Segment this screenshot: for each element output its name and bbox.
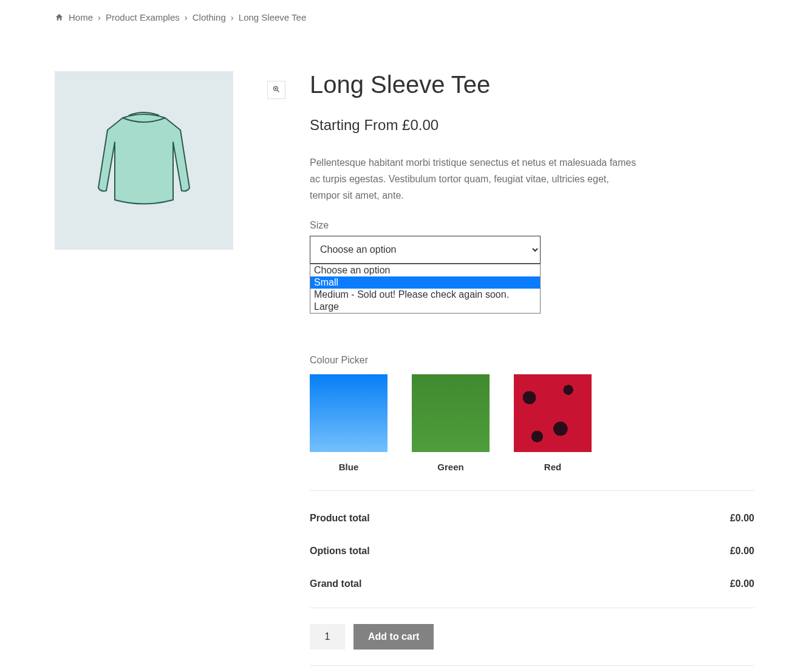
size-option-large[interactable]: Large bbox=[310, 301, 540, 313]
options-total-label: Options total bbox=[310, 546, 370, 557]
breadcrumb: Home › Product Examples › Clothing › Lon… bbox=[55, 12, 754, 22]
swatch-red-image bbox=[514, 374, 592, 452]
product-summary: Long Sleeve Tee Starting From £0.00 Pell… bbox=[310, 71, 754, 672]
breadcrumb-examples[interactable]: Product Examples bbox=[106, 12, 180, 22]
breadcrumb-home[interactable]: Home bbox=[69, 12, 93, 22]
price-value: £0.00 bbox=[402, 117, 439, 133]
totals: Product total £0.00 Options total £0.00 … bbox=[310, 490, 754, 608]
add-to-cart-row: Add to cart bbox=[310, 608, 754, 650]
price-prefix: Starting From bbox=[310, 117, 402, 133]
home-icon bbox=[55, 12, 64, 22]
product-total-label: Product total bbox=[310, 513, 370, 524]
color-swatch-green[interactable]: Green bbox=[412, 374, 490, 472]
breadcrumb-sep: › bbox=[231, 12, 234, 22]
breadcrumb-current: Long Sleeve Tee bbox=[239, 12, 306, 22]
size-dropdown-list: Choose an option Small Medium - Sold out… bbox=[310, 264, 541, 314]
breadcrumb-sep: › bbox=[98, 12, 101, 22]
product-title: Long Sleeve Tee bbox=[310, 71, 754, 98]
options-total-value: £0.00 bbox=[730, 546, 754, 557]
swatch-blue-label: Blue bbox=[310, 462, 387, 472]
grand-total-label: Grand total bbox=[310, 578, 361, 589]
zoom-button[interactable] bbox=[267, 81, 285, 99]
product-total-value: £0.00 bbox=[730, 513, 754, 524]
product-image[interactable] bbox=[55, 71, 233, 250]
product-gallery bbox=[55, 71, 285, 672]
breadcrumb-clothing[interactable]: Clothing bbox=[193, 12, 226, 22]
swatch-green-image bbox=[412, 374, 490, 452]
size-option-medium[interactable]: Medium - Sold out! Please check again so… bbox=[310, 289, 540, 301]
product-price: Starting From £0.00 bbox=[310, 117, 754, 134]
size-option-placeholder[interactable]: Choose an option bbox=[310, 264, 540, 276]
swatch-green-label: Green bbox=[412, 462, 490, 472]
grand-total-value: £0.00 bbox=[730, 578, 754, 589]
swatch-blue-image bbox=[310, 374, 387, 452]
color-swatch-blue[interactable]: Blue bbox=[310, 374, 387, 472]
magnify-icon bbox=[272, 85, 281, 95]
add-to-cart-button[interactable]: Add to cart bbox=[353, 624, 434, 650]
size-option-small[interactable]: Small bbox=[310, 276, 540, 289]
breadcrumb-sep: › bbox=[185, 12, 188, 22]
product-meta: SKU: N/A Category: Clothing bbox=[310, 665, 754, 672]
color-label: Colour Picker bbox=[310, 355, 754, 366]
size-select[interactable]: Choose an option bbox=[310, 236, 541, 264]
color-swatch-red[interactable]: Red bbox=[514, 374, 592, 472]
product-description: Pellentesque habitant morbi tristique se… bbox=[310, 154, 638, 204]
swatch-red-label: Red bbox=[514, 462, 592, 472]
quantity-input[interactable] bbox=[310, 624, 345, 650]
svg-line-1 bbox=[278, 90, 279, 92]
size-label: Size bbox=[310, 220, 754, 231]
